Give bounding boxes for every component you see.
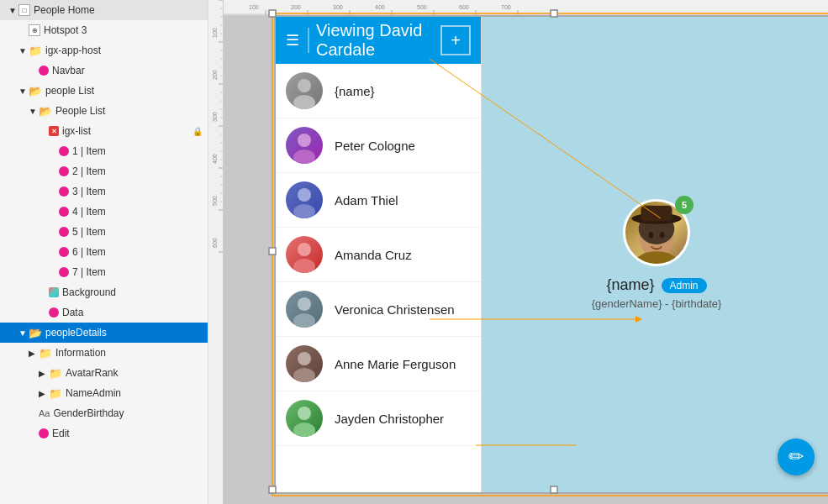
svg-text:300: 300 bbox=[212, 112, 218, 122]
tree-label: Data bbox=[62, 307, 203, 318]
person-name: Anne Marie Ferguson bbox=[335, 357, 456, 371]
tree-label: 2 | Item bbox=[72, 165, 203, 177]
component-icon: ✕ bbox=[49, 126, 59, 136]
svg-point-59 bbox=[298, 352, 311, 365]
svg-point-51 bbox=[298, 134, 311, 147]
tree-item-navbar[interactable]: Navbar bbox=[0, 60, 208, 81]
svg-text:100: 100 bbox=[249, 4, 259, 10]
arrow-icon: ▼ bbox=[18, 87, 29, 96]
arrow-icon: ▶ bbox=[39, 389, 49, 398]
tree-item-igx-app-host[interactable]: ▼ 📁 igx-app-host bbox=[0, 40, 208, 60]
tree-item-people-list[interactable]: ▼ 📂 People List bbox=[0, 101, 208, 121]
tree-label: NameAdmin bbox=[66, 387, 203, 399]
tree-item-data[interactable]: Data bbox=[0, 302, 208, 323]
list-item[interactable]: Jayden Christopher bbox=[276, 391, 481, 446]
detail-panel: 5 {name} Admin {genderName} - {birthdate… bbox=[482, 17, 828, 492]
text-icon: Aa bbox=[39, 408, 50, 418]
hotspot-icon: ⊕ bbox=[29, 24, 40, 36]
person-name: Adam Thiel bbox=[335, 193, 398, 207]
data-icon bbox=[49, 307, 59, 318]
tree-item-item4[interactable]: 4 | Item bbox=[0, 202, 208, 222]
tree-item-item6[interactable]: 6 | Item bbox=[0, 242, 208, 262]
svg-text:300: 300 bbox=[333, 4, 343, 10]
list-item[interactable]: Veronica Christensen bbox=[276, 282, 481, 337]
gradient-icon bbox=[49, 287, 59, 297]
arrow-icon: ▼ bbox=[18, 328, 29, 338]
svg-text:100: 100 bbox=[212, 28, 218, 38]
tree-item-people-details[interactable]: ▼ 📂 peopleDetails bbox=[0, 323, 208, 343]
avatar bbox=[286, 345, 323, 382]
tree-label: igx-app-host bbox=[45, 45, 203, 56]
folder-icon: 📁 bbox=[49, 387, 62, 400]
tree-item-gender-birthday[interactable]: Aa GenderBirthday bbox=[0, 403, 208, 423]
svg-point-62 bbox=[293, 423, 315, 437]
svg-point-53 bbox=[298, 188, 311, 202]
tree-item-item5[interactable]: 5 | Item bbox=[0, 222, 208, 242]
badge: 5 bbox=[675, 196, 694, 214]
svg-text:500: 500 bbox=[212, 196, 218, 206]
tree-label: 4 | Item bbox=[72, 206, 203, 218]
svg-text:600: 600 bbox=[212, 238, 218, 248]
tree-item-item2[interactable]: 2 | Item bbox=[0, 161, 208, 181]
hamburger-icon[interactable]: ☰ bbox=[286, 31, 299, 50]
person-name: Veronica Christensen bbox=[335, 302, 455, 317]
detail-subtitle: {genderName} - {birthdate} bbox=[592, 297, 722, 310]
svg-text:700: 700 bbox=[501, 4, 511, 10]
tree-item-item3[interactable]: 3 | Item bbox=[0, 181, 208, 202]
divider bbox=[308, 28, 309, 53]
link-icon bbox=[59, 267, 69, 277]
tree-label: Hotspot 3 bbox=[44, 24, 203, 36]
tree-item-people-list-group[interactable]: ▼ 📂 people List bbox=[0, 81, 208, 101]
svg-point-69 bbox=[660, 232, 665, 238]
avatar bbox=[286, 181, 323, 218]
tree-item-edit[interactable]: Edit bbox=[0, 423, 208, 444]
tree-label: Information bbox=[55, 347, 203, 359]
tree-item-item1[interactable]: 1 | Item bbox=[0, 141, 208, 161]
detail-name-text: {name} bbox=[606, 276, 654, 294]
link-icon bbox=[39, 66, 49, 76]
tree-item-avatar-rank[interactable]: ▶ 📁 AvatarRank bbox=[0, 363, 208, 383]
tree-label: people List bbox=[45, 85, 203, 97]
svg-rect-67 bbox=[641, 206, 672, 222]
svg-point-64 bbox=[635, 251, 678, 266]
add-button[interactable]: + bbox=[440, 25, 471, 55]
list-header-title: Viewing David Cardale bbox=[316, 21, 440, 60]
tree-label: 1 | Item bbox=[72, 145, 203, 157]
tree-panel: ▼ □ People Home ⊕ Hotspot 3 ▼ 📁 igx-app-… bbox=[0, 0, 208, 504]
tree-item-item7[interactable]: 7 | Item bbox=[0, 262, 208, 282]
arrow-icon: ▼ bbox=[29, 107, 39, 116]
svg-point-57 bbox=[298, 297, 311, 311]
ruler: 100 200 300 400 500 600 bbox=[208, 0, 224, 504]
tree-item-background[interactable]: Background bbox=[0, 282, 208, 302]
folder-icon: 📁 bbox=[39, 347, 52, 360]
svg-point-60 bbox=[293, 368, 315, 382]
detail-name-row: {name} Admin bbox=[606, 276, 706, 294]
list-item[interactable]: Amanda Cruz bbox=[276, 228, 481, 282]
top-ruler: 100 200 300 400 500 600 700 bbox=[224, 0, 828, 15]
tree-label: peopleDetails bbox=[45, 327, 203, 339]
link-icon bbox=[59, 227, 69, 237]
tree-label: AvatarRank bbox=[66, 367, 203, 379]
tree-item-people-home[interactable]: ▼ □ People Home bbox=[0, 0, 208, 20]
tree-item-igx-list[interactable]: ✕ igx-list 🔒 bbox=[0, 121, 208, 141]
lock-icon: 🔒 bbox=[192, 127, 203, 136]
tree-item-information[interactable]: ▶ 📁 Information bbox=[0, 343, 208, 363]
tree-item-hotspot3[interactable]: ⊕ Hotspot 3 bbox=[0, 20, 208, 40]
tree-label: 6 | Item bbox=[72, 246, 203, 258]
arrow-icon: ▶ bbox=[39, 369, 49, 378]
list-item[interactable]: Adam Thiel bbox=[276, 173, 481, 228]
svg-text:500: 500 bbox=[417, 4, 427, 10]
svg-text:200: 200 bbox=[212, 70, 218, 80]
list-item[interactable]: {name} bbox=[276, 64, 481, 118]
svg-text:200: 200 bbox=[291, 4, 301, 10]
link-icon bbox=[59, 247, 69, 257]
svg-point-56 bbox=[293, 259, 315, 273]
list-item[interactable]: Peter Cologne bbox=[276, 118, 481, 173]
svg-point-55 bbox=[298, 243, 311, 256]
tree-label: People List bbox=[55, 105, 203, 117]
list-item[interactable]: Anne Marie Ferguson bbox=[276, 337, 481, 391]
arrow-icon: ▼ bbox=[18, 46, 29, 55]
people-list: {name} Peter Cologne Adam Thiel bbox=[276, 64, 481, 446]
fab-button[interactable]: ✏ bbox=[778, 438, 815, 475]
tree-item-name-admin[interactable]: ▶ 📁 NameAdmin bbox=[0, 383, 208, 403]
